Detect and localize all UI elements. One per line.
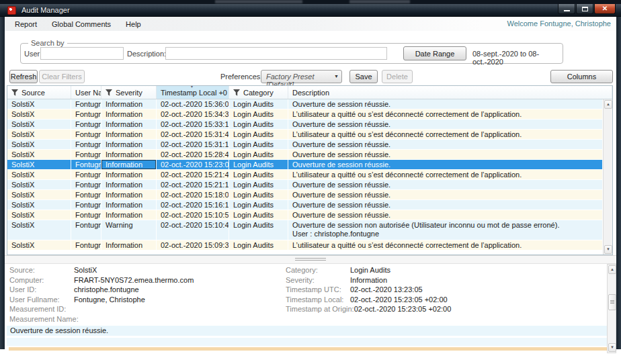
maximize-button[interactable]: [576, 4, 593, 14]
toolbar: Refresh Clear Filters Preferences: Facto…: [9, 70, 613, 84]
column-header-source[interactable]: Source: [7, 86, 71, 99]
user-search-input[interactable]: [40, 47, 124, 60]
cell-description: Ouverture de session réussie.: [288, 180, 603, 189]
cell-severity: Information: [101, 150, 157, 159]
cell-source: SolstiX: [7, 120, 71, 129]
column-header-label: User Na: [75, 89, 101, 97]
table-row[interactable]: SolstiXFontugnInformation02-oct.-2020 15…: [7, 140, 603, 150]
menu-item-help[interactable]: Help: [118, 18, 149, 30]
cell-user-name: Fontugn: [71, 200, 101, 210]
cell-source: SolstiX: [7, 200, 71, 210]
table-row[interactable]: SolstiXFontugnInformation02-oct.-2020 15…: [7, 120, 603, 130]
detail-value: SolstiX: [74, 266, 97, 274]
refresh-button[interactable]: Refresh: [9, 70, 38, 83]
description-search-input[interactable]: [165, 47, 387, 60]
cell-user-name: Fontugn: [71, 150, 101, 159]
detail-value: Fontugne, Christophe: [74, 295, 145, 304]
close-button[interactable]: ✕: [594, 4, 616, 14]
detail-row: Severity:Information: [286, 276, 451, 286]
column-header-label: Timestamp Local +0: [161, 89, 227, 97]
cell-user-name: Fontugn: [71, 210, 101, 220]
table-row[interactable]: SolstiXFontugnInformation02-oct.-2020 15…: [7, 240, 603, 251]
table-row[interactable]: SolstiXFontugnInformation02-oct.-2020 15…: [7, 109, 603, 120]
detail-value: FRART-5NY0S72.emea.thermo.com: [74, 276, 194, 284]
detail-label: Category:: [286, 266, 350, 274]
column-header-user-name[interactable]: User Na: [71, 86, 101, 99]
table-row[interactable]: SolstiXFontugnWarning02-oct.-2020 15:10:…: [7, 220, 603, 240]
table-row[interactable]: SolstiXFontugnInformation02-oct.-2020 15…: [7, 150, 603, 160]
menu-item-global-comments[interactable]: Global Comments: [44, 18, 118, 30]
cell-timestamp: 02-oct.-2020 15:09:3: [157, 240, 229, 250]
cell-category: Login Audits: [229, 120, 288, 129]
description-label: Description:: [127, 50, 166, 58]
table-scrollbar[interactable]: ▲ ▼: [603, 99, 612, 255]
detail-value: christophe.fontugne: [74, 285, 139, 293]
cell-timestamp: 02-oct.-2020 15:31:4: [157, 130, 229, 139]
detail-label: Severity:: [286, 276, 350, 284]
detail-row: User ID:christophe.fontugne: [9, 285, 194, 295]
table-row[interactable]: SolstiXFontugnInformation02-oct.-2020 15…: [7, 99, 603, 109]
table-row[interactable]: SolstiXFontugnInformation02-oct.-2020 15…: [7, 200, 603, 210]
panel-splitter[interactable]: [5, 255, 616, 264]
window-frame-right: [616, 17, 621, 349]
cell-category: Login Audits: [229, 200, 288, 210]
column-header-label: Source: [22, 89, 45, 97]
window-title: Audit Manager: [22, 6, 70, 14]
cell-user-name: Fontugn: [71, 140, 101, 149]
cell-user-name: Fontugn: [71, 130, 101, 139]
scroll-up-icon[interactable]: ▲: [608, 265, 616, 274]
table-row[interactable]: SolstiXFontugnInformation02-oct.-2020 15…: [7, 170, 603, 180]
clear-filters-button[interactable]: Clear Filters: [39, 70, 85, 83]
filter-icon[interactable]: [233, 89, 240, 96]
scrollbar-thumb[interactable]: [608, 294, 616, 310]
scroll-down-icon[interactable]: ▼: [608, 343, 616, 352]
accent-strip: [9, 347, 612, 351]
column-header-severity[interactable]: Severity: [101, 86, 157, 99]
table-row[interactable]: SolstiXFontugnInformation02-oct.-2020 15…: [7, 180, 603, 190]
detail-label: Measurement Name:: [9, 315, 79, 323]
preferences-dropdown[interactable]: Factory Preset [Default] ▼: [261, 70, 342, 83]
column-header-timestamp-local[interactable]: Timestamp Local +0▼: [157, 86, 229, 99]
cell-timestamp: 02-oct.-2020 15:31:1: [157, 140, 229, 149]
description-line: L’utilisateur a quitté ou s’est déconnec…: [292, 130, 602, 139]
title-bar[interactable]: Audit Manager ✕: [0, 4, 621, 17]
cell-user-name: Fontugn: [71, 180, 101, 189]
cell-category: Login Audits: [229, 109, 288, 119]
maximize-icon: [582, 7, 588, 11]
cell-severity: Information: [101, 180, 157, 189]
detail-label: Timestamp at Origin:: [286, 305, 354, 313]
menu-item-report[interactable]: Report: [7, 18, 44, 30]
cell-description: Ouverture de session réussie.: [288, 120, 603, 129]
minimize-button[interactable]: [558, 4, 575, 14]
column-header-category[interactable]: Category: [229, 86, 288, 99]
details-scrollbar[interactable]: ▲ ▼: [607, 264, 616, 353]
description-line: Ouverture de session réussie.: [292, 150, 602, 159]
cell-severity: Information: [101, 200, 157, 210]
table-row[interactable]: SolstiXFontugnInformation02-oct.-2020 15…: [7, 190, 603, 200]
detail-value: Information: [350, 276, 387, 284]
detail-label: Timestamp Local:: [286, 295, 350, 304]
delete-button[interactable]: Delete: [382, 70, 413, 83]
table-body: SolstiXFontugnInformation02-oct.-2020 15…: [7, 99, 612, 255]
cell-severity: Information: [101, 109, 157, 119]
save-button[interactable]: Save: [349, 70, 378, 83]
cell-source: SolstiX: [7, 150, 71, 159]
table-row[interactable]: SolstiXFontugnInformation02-oct.-2020 15…: [7, 160, 603, 170]
date-range-button[interactable]: Date Range: [403, 46, 466, 60]
table-row[interactable]: SolstiXFontugnInformation02-oct.-2020 15…: [7, 130, 603, 140]
filter-icon[interactable]: [106, 89, 112, 96]
cell-severity: Information: [101, 210, 157, 220]
scroll-up-icon[interactable]: ▲: [604, 100, 612, 109]
cell-description: Ouverture de session réussie.: [288, 99, 603, 109]
table-row[interactable]: SolstiXFontugnInformation02-oct.-2020 15…: [7, 210, 603, 220]
scroll-down-icon[interactable]: ▼: [604, 245, 612, 254]
cell-source: SolstiX: [7, 130, 71, 139]
column-header-description[interactable]: Description: [288, 86, 612, 99]
audit-table: SourceUser NaSeverityTimestamp Local +0▼…: [7, 85, 613, 255]
cell-user-name: Fontugn: [71, 120, 101, 129]
cell-category: Login Audits: [229, 99, 288, 109]
columns-button[interactable]: Columns: [550, 70, 613, 83]
cell-timestamp: 02-oct.-2020 15:36:0: [157, 99, 229, 109]
filter-icon[interactable]: [11, 89, 18, 96]
description-line: Ouverture de session réussie.: [292, 120, 602, 129]
